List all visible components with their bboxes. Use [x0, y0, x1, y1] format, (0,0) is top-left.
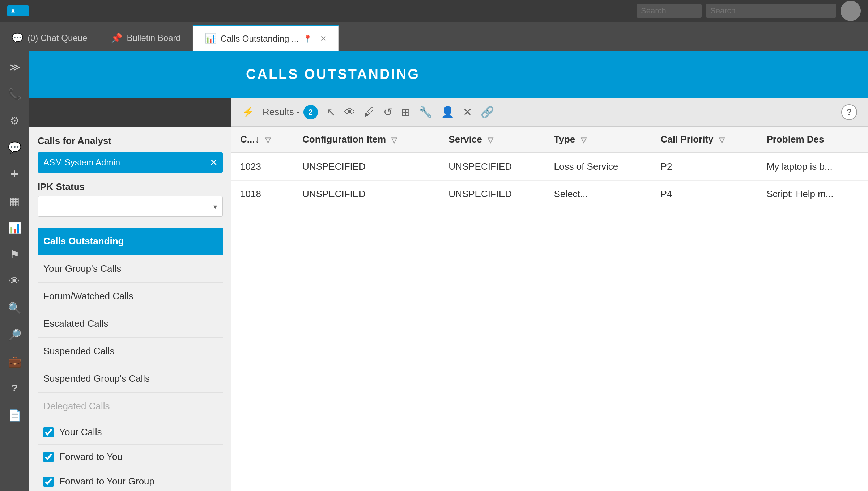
forward-to-you-label: Forward to You: [59, 451, 123, 462]
edit-icon[interactable]: 🖊: [364, 106, 375, 118]
nav-item-suspended-groups-calls[interactable]: Suspended Group's Calls: [38, 365, 223, 393]
col-service-filter-icon[interactable]: ▽: [488, 136, 493, 144]
refresh-icon[interactable]: ↺: [383, 106, 392, 118]
forward-to-your-group-checkbox[interactable]: [43, 477, 54, 487]
nav-flag[interactable]: ⚑: [2, 242, 27, 267]
your-calls-checkbox[interactable]: [43, 427, 54, 437]
top-search-wide-input[interactable]: [706, 4, 836, 18]
top-bar: X: [0, 0, 868, 22]
forward-to-you-checkbox[interactable]: [43, 452, 54, 462]
link-icon[interactable]: 🔗: [481, 106, 494, 118]
nav-eye[interactable]: 👁: [2, 268, 27, 294]
tab-calls-outstanding[interactable]: 📊 Calls Outstanding ... 📍 ✕: [193, 25, 339, 51]
col-call-priority[interactable]: Call Priority ▽: [652, 127, 758, 153]
table-row[interactable]: 1018UNSPECIFIEDUNSPECIFIEDSelect...P4Scr…: [231, 181, 868, 208]
person-icon[interactable]: 👤: [441, 106, 454, 118]
table-cell-3: Select...: [545, 181, 652, 208]
tab-chat-queue-label: (0) Chat Queue: [27, 33, 87, 43]
nav-item-calls-outstanding[interactable]: Calls Outstanding: [38, 228, 223, 255]
analyst-input-wrapper: ✕: [38, 152, 223, 173]
table-header-row: C...↓ ▽ Configuration Item ▽ Service ▽: [231, 127, 868, 153]
filter-icon: ⚡: [242, 106, 254, 118]
table-cell-1: UNSPECIFIED: [294, 153, 440, 181]
page-title: CALLS OUTSTANDING: [246, 67, 420, 82]
col-type-label: Type: [554, 134, 575, 145]
svg-text:X: X: [11, 8, 15, 15]
col-config-item-label: Configuration Item: [302, 134, 386, 145]
nav-search[interactable]: 🔍: [2, 295, 27, 321]
calls-outstanding-icon: 📊: [205, 33, 216, 44]
svg-rect-0: [7, 5, 29, 16]
table-cell-3: Loss of Service: [545, 153, 652, 181]
table-cell-4: P4: [652, 181, 758, 208]
table-body: 1023UNSPECIFIEDUNSPECIFIEDLoss of Servic…: [231, 153, 868, 208]
tab-calls-outstanding-label: Calls Outstanding ...: [221, 34, 299, 44]
results-count-badge: 2: [303, 105, 318, 119]
col-config-item[interactable]: Configuration Item ▽: [294, 127, 440, 153]
col-type[interactable]: Type ▽: [545, 127, 652, 153]
logo: X: [7, 4, 36, 18]
col-type-filter-icon[interactable]: ▽: [581, 136, 586, 144]
table-cell-0: 1018: [231, 181, 294, 208]
right-panel: CALLS OUTSTANDING ⚡ Results - 2 ↖ 👁 🖊 ↺ …: [231, 51, 868, 491]
nav-briefcase[interactable]: 💼: [2, 349, 27, 374]
col-call-priority-filter-icon[interactable]: ▽: [719, 136, 724, 144]
nav-document[interactable]: 📄: [2, 402, 27, 428]
nav-item-escalated-calls[interactable]: Escalated Calls: [38, 310, 223, 338]
checkbox-forward-to-you: Forward to You: [38, 445, 223, 469]
toolbar-filter-icon[interactable]: ⚡: [242, 106, 254, 118]
grid-view-icon[interactable]: ⊞: [401, 106, 410, 118]
analyst-input-clear-button[interactable]: ✕: [210, 157, 218, 168]
ipk-select[interactable]: [38, 196, 223, 217]
checkbox-forward-to-your-group: Forward to Your Group: [38, 469, 223, 491]
table-row[interactable]: 1023UNSPECIFIEDUNSPECIFIEDLoss of Servic…: [231, 153, 868, 181]
table-cell-1: UNSPECIFIED: [294, 181, 440, 208]
nav-item-your-groups-calls[interactable]: Your Group's Calls: [38, 255, 223, 283]
col-call-num[interactable]: C...↓ ▽: [231, 127, 294, 153]
avatar[interactable]: [841, 1, 861, 21]
icon-nav: ≫ 📞 ⚙ 💬 + ▦ 📊 ⚑ 👁 🔍 🔎 💼 ? 📄: [0, 51, 29, 491]
nav-chart[interactable]: 📊: [2, 215, 27, 240]
col-service[interactable]: Service ▽: [440, 127, 545, 153]
nav-phone[interactable]: 📞: [2, 81, 27, 106]
top-search-input[interactable]: [637, 4, 702, 18]
right-panel-header: CALLS OUTSTANDING: [231, 51, 868, 98]
tab-close-button[interactable]: ✕: [320, 34, 327, 43]
col-service-label: Service: [448, 134, 482, 145]
toolbar-results: Results - 2: [263, 105, 318, 119]
select-icon[interactable]: ↖: [327, 106, 336, 118]
nav-item-forum-watched-calls[interactable]: Forum/Watched Calls: [38, 283, 223, 310]
left-panel-header: [29, 51, 231, 98]
left-panel-body: Calls for Analyst ✕ IPK Status ▾ Calls O…: [29, 127, 231, 491]
config-icon[interactable]: 🔧: [419, 106, 432, 118]
nav-item-suspended-calls[interactable]: Suspended Calls: [38, 338, 223, 365]
col-call-num-filter-icon[interactable]: ▽: [265, 136, 271, 144]
toolbar: ⚡ Results - 2 ↖ 👁 🖊 ↺ ⊞ 🔧 👤 ✕ 🔗 ?: [231, 98, 868, 127]
close-icon[interactable]: ✕: [463, 106, 472, 118]
analyst-input[interactable]: [38, 152, 223, 173]
table-cell-2: UNSPECIFIED: [440, 153, 545, 181]
nav-expand[interactable]: ≫: [2, 54, 27, 80]
col-config-item-filter-icon[interactable]: ▽: [391, 136, 397, 144]
main-layout: ≫ 📞 ⚙ 💬 + ▦ 📊 ⚑ 👁 🔍 🔎 💼 ? 📄 Calls for An…: [0, 51, 868, 491]
tab-pin-icon: 📍: [303, 34, 312, 43]
calls-for-analyst-label: Calls for Analyst: [38, 135, 223, 147]
table-cell-5: My laptop is b...: [758, 153, 868, 181]
nav-help[interactable]: ?: [2, 376, 27, 401]
left-panel: Calls for Analyst ✕ IPK Status ▾ Calls O…: [29, 51, 231, 491]
nav-person-search[interactable]: 🔎: [2, 322, 27, 347]
bulletin-board-icon: 📌: [111, 33, 122, 44]
tab-bulletin-board[interactable]: 📌 Bulletin Board: [99, 25, 192, 51]
eye-icon[interactable]: 👁: [344, 106, 355, 118]
nav-chat[interactable]: 💬: [2, 135, 27, 160]
help-button[interactable]: ?: [841, 104, 857, 120]
table-cell-2: UNSPECIFIED: [440, 181, 545, 208]
nav-settings[interactable]: ⚙: [2, 108, 27, 133]
tab-chat-queue[interactable]: 💬 (0) Chat Queue: [0, 25, 99, 51]
ipk-select-wrapper: ▾: [38, 196, 223, 217]
chat-queue-icon: 💬: [12, 33, 23, 44]
table-cell-5: Script: Help m...: [758, 181, 868, 208]
nav-add[interactable]: +: [2, 161, 27, 187]
col-problem-desc: Problem Des: [758, 127, 868, 153]
nav-grid[interactable]: ▦: [2, 188, 27, 213]
